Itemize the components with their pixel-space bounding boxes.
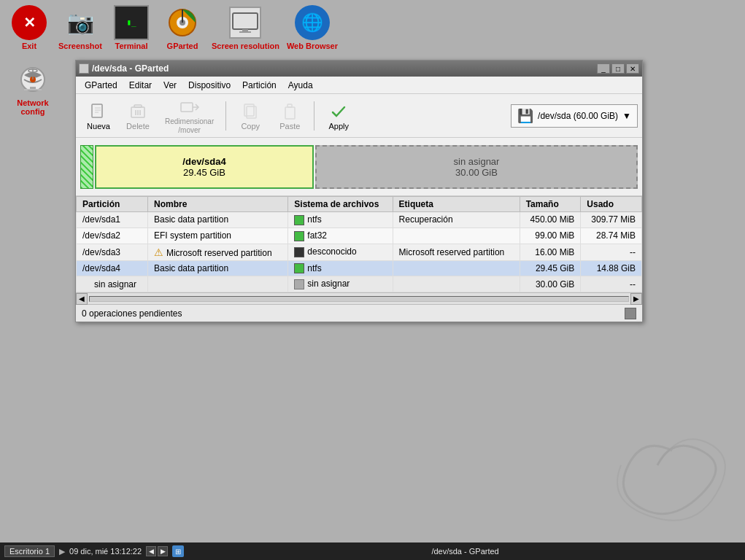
fs-color-dot — [294, 263, 304, 273]
desktop-label: Escritorio 1 — [9, 547, 50, 556]
svg-rect-6 — [239, 31, 251, 33]
screenshot-button[interactable]: 📷 Screenshot — [58, 5, 102, 50]
menu-ayuda[interactable]: Ayuda — [282, 79, 319, 92]
exit-button[interactable]: ✕ Exit — [7, 5, 51, 50]
svg-rect-27 — [287, 104, 292, 107]
bottom-taskbar: Escritorio 1 ▶ 09 dic, mié 13:12:22 ◀ ▶ … — [0, 542, 745, 560]
menu-ver[interactable]: Ver — [158, 79, 182, 92]
partition-sda4-block[interactable]: /dev/sda4 29.45 GiB — [95, 145, 314, 189]
disk-icon: 💾 — [517, 108, 533, 124]
nav-left-button[interactable]: ◀ — [146, 546, 156, 556]
webbrowser-button[interactable]: 🌐 Web Browser — [287, 5, 338, 50]
table-row[interactable]: /dev/sda3⚠ Microsoft reserved partitiond… — [77, 244, 642, 260]
redimensionar-icon — [180, 97, 200, 117]
table-row[interactable]: /dev/sda2EFI system partitionfat3299.00 … — [77, 228, 642, 244]
table-row[interactable]: sin asignarsin asignar30.00 GiB-- — [77, 276, 642, 292]
gparted-window: /dev/sda - GParted _ □ ✕ GParted Editar … — [75, 60, 643, 322]
cell-filesystem: desconocido — [288, 244, 393, 260]
cell-partition: /dev/sda2 — [77, 228, 148, 244]
sda4-size: 29.45 GiB — [183, 167, 225, 178]
exit-label: Exit — [22, 42, 36, 50]
cell-nombre — [148, 276, 288, 292]
scroll-track[interactable] — [89, 296, 629, 302]
fs-color-dot — [294, 215, 304, 225]
copy-label: Copy — [241, 122, 260, 131]
cell-etiqueta — [393, 260, 520, 276]
col-particion: Partición — [77, 197, 148, 212]
cell-usado: 309.77 MiB — [581, 212, 642, 228]
terminal-button[interactable]: ▮_ Terminal — [109, 5, 153, 50]
cell-filesystem: sin asignar — [288, 276, 393, 292]
screenshot-label: Screenshot — [58, 42, 102, 50]
cell-partition: /dev/sda4 — [77, 260, 148, 276]
cell-filesystem: fat32 — [288, 228, 393, 244]
window-maximize-button[interactable]: □ — [611, 63, 625, 74]
menu-gparted[interactable]: GParted — [79, 79, 123, 92]
nueva-button[interactable]: Nueva — [80, 100, 117, 132]
menubar: GParted Editar Ver Dispositivo Partición… — [76, 77, 642, 94]
fs-color-dot — [294, 231, 304, 241]
gparted-button[interactable]: GParted — [161, 5, 204, 50]
menu-particion[interactable]: Partición — [236, 79, 282, 92]
statusbar-icon — [625, 308, 636, 319]
delete-button[interactable]: Delete — [120, 100, 156, 132]
col-etiqueta: Etiqueta — [393, 197, 520, 212]
partition-table-scroll[interactable]: Partición Nombre Sistema de archivos Eti… — [76, 196, 642, 292]
disk-dropdown-icon: ▼ — [622, 111, 631, 121]
menu-dispositivo[interactable]: Dispositivo — [182, 79, 236, 92]
terminal-label: Terminal — [115, 42, 147, 50]
window-minimize-button[interactable]: _ — [597, 63, 610, 74]
window-controls: _ □ ✕ — [597, 63, 639, 74]
apply-label: Apply — [329, 122, 350, 131]
table-header-row: Partición Nombre Sistema de archivos Eti… — [77, 197, 642, 212]
window-title: /dev/sda - GParted — [92, 63, 169, 74]
exit-icon: ✕ — [12, 5, 47, 40]
cell-tamano: 99.00 MiB — [520, 228, 581, 244]
background-decoration — [584, 392, 730, 538]
taskbar-left: Escritorio 1 ▶ 09 dic, mié 13:12:22 ◀ ▶ … — [4, 545, 184, 557]
svg-rect-10 — [24, 89, 42, 90]
horizontal-scrollbar[interactable]: ◀ ▶ — [76, 292, 642, 304]
active-window-label: /dev/sda - GParted — [431, 547, 498, 556]
menu-editar[interactable]: Editar — [123, 79, 158, 92]
table-row[interactable]: /dev/sda4Basic data partitionntfs29.45 G… — [77, 260, 642, 276]
disk-selector[interactable]: 💾 /dev/sda (60.00 GiB) ▼ — [511, 104, 638, 128]
col-usado: Usado — [581, 197, 642, 212]
warning-icon: ⚠ — [154, 246, 166, 258]
top-taskbar: ✕ Exit 📷 Screenshot ▮_ Terminal — [0, 0, 745, 55]
paste-button[interactable]: Paste — [271, 100, 308, 132]
table-row[interactable]: /dev/sda1Basic data partitionntfsRecuper… — [77, 212, 642, 228]
partition-unallocated-block[interactable]: sin asignar 30.00 GiB — [315, 145, 638, 189]
copy-icon — [242, 101, 259, 122]
nav-right-button[interactable]: ▶ — [158, 546, 168, 556]
partition-table: Partición Nombre Sistema de archivos Eti… — [76, 196, 642, 292]
datetime-label: 09 dic, mié 13:12:22 — [69, 547, 142, 556]
svg-rect-26 — [285, 107, 295, 119]
scroll-left-button[interactable]: ◀ — [76, 293, 88, 305]
toolbar-right: 💾 /dev/sda (60.00 GiB) ▼ — [511, 104, 638, 128]
copy-button[interactable]: Copy — [232, 100, 269, 132]
paste-label: Paste — [279, 122, 300, 131]
statusbar: 0 operaciones pendientes — [76, 304, 642, 322]
gparted-label: GParted — [167, 42, 198, 50]
partition-stripe — [80, 145, 93, 189]
status-text: 0 operaciones pendientes — [82, 308, 182, 319]
nueva-icon — [90, 101, 107, 122]
tray-icon[interactable]: ⊞ — [172, 545, 184, 557]
toolbar-sep2 — [314, 101, 314, 131]
window-close-button[interactable] — [79, 63, 89, 74]
network-config-button[interactable]: Network config — [7, 62, 58, 116]
cell-partition: /dev/sda3 — [77, 244, 148, 260]
network-label: Network config — [7, 98, 58, 116]
redimensionar-button[interactable]: Redimensionar/mover — [159, 96, 220, 136]
desktop-button[interactable]: Escritorio 1 — [4, 545, 55, 557]
scroll-right-button[interactable]: ▶ — [630, 293, 642, 305]
screenres-button[interactable]: Screen resolution — [212, 5, 279, 50]
unallocated-size: 30.00 GiB — [455, 167, 498, 178]
apply-button[interactable]: Apply — [320, 100, 357, 132]
toolbar: Nueva Delete R — [76, 94, 642, 138]
col-sistema-archivos: Sistema de archivos — [288, 197, 393, 212]
unallocated-name: sin asignar — [454, 156, 500, 167]
window-close-button2[interactable]: ✕ — [626, 63, 639, 74]
webbrowser-label: Web Browser — [287, 42, 338, 50]
